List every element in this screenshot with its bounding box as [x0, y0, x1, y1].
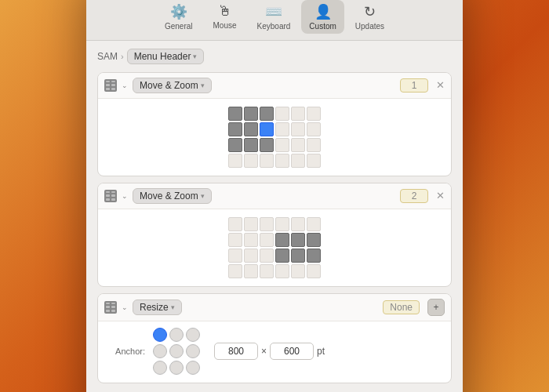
tab-updates-label: Updates	[355, 22, 384, 31]
content-area: SAM › Menu Header ▾ ⌄ Move & Zoom ▾	[86, 41, 463, 393]
grid-cell[interactable]	[275, 107, 289, 121]
grid-cell[interactable]	[228, 233, 242, 247]
anchor-row: Anchor: × pt	[106, 328, 443, 375]
grid-cell[interactable]	[307, 233, 321, 247]
anchor-grid[interactable]	[153, 328, 200, 375]
grid-cell[interactable]	[244, 217, 258, 231]
grid-cell[interactable]	[244, 249, 258, 263]
section-1-action-label: Move & Zoom	[140, 80, 198, 91]
grid-cell[interactable]	[260, 107, 274, 121]
grid-cell[interactable]	[275, 217, 289, 231]
grid-cell[interactable]	[275, 233, 289, 247]
section-1-action-dropdown[interactable]: Move & Zoom ▾	[133, 78, 212, 93]
anchor-cell[interactable]	[153, 328, 167, 342]
section-2-close-button[interactable]: ✕	[436, 190, 445, 201]
grid-cell[interactable]	[260, 264, 274, 278]
grid-cell[interactable]	[291, 107, 305, 121]
tab-keyboard[interactable]: ⌨️ Keyboard	[249, 0, 299, 34]
tab-general-label: General	[165, 22, 193, 31]
grid-cell[interactable]	[228, 264, 242, 278]
drag-handle-3[interactable]	[104, 301, 117, 314]
keyboard-icon: ⌨️	[265, 3, 282, 20]
menu-header-dropdown[interactable]: Menu Header ▾	[127, 49, 205, 64]
grid-cell[interactable]	[291, 249, 305, 263]
anchor-area: Anchor: × pt	[98, 321, 451, 383]
grid-cell[interactable]	[307, 249, 321, 263]
tab-custom[interactable]: 👤 Custom	[301, 0, 344, 34]
section-2-chevron[interactable]: ⌄	[122, 192, 128, 200]
section-1-grid[interactable]	[228, 107, 321, 168]
section-3-add-button[interactable]: +	[427, 299, 445, 316]
tab-general[interactable]: ⚙️ General	[157, 0, 201, 34]
anchor-label: Anchor:	[106, 347, 145, 356]
grid-cell[interactable]	[228, 122, 242, 136]
grid-cell[interactable]	[291, 264, 305, 278]
anchor-cell[interactable]	[186, 361, 200, 375]
section-3-badge: None	[383, 300, 420, 314]
section-2-header: ⌄ Move & Zoom ▾ 2 ✕	[98, 183, 451, 209]
grid-cell[interactable]	[307, 122, 321, 136]
custom-icon: 👤	[314, 3, 332, 20]
grid-cell[interactable]	[260, 249, 274, 263]
grid-cell[interactable]	[244, 122, 258, 136]
preferences-window: Preferences Demo: 100 Mooms remaining ⚙️…	[86, 0, 463, 392]
grid-cell[interactable]	[291, 154, 305, 168]
drag-handle-2[interactable]	[104, 190, 117, 202]
mouse-icon: 🖱	[218, 3, 232, 20]
grid-cell[interactable]	[228, 217, 242, 231]
tab-mouse[interactable]: 🖱 Mouse	[204, 0, 246, 34]
grid-cell[interactable]	[260, 122, 274, 136]
section-3-chevron[interactable]: ⌄	[122, 303, 128, 311]
tab-custom-label: Custom	[309, 22, 336, 31]
grid-cell[interactable]	[307, 154, 321, 168]
anchor-cell[interactable]	[153, 361, 167, 375]
grid-cell[interactable]	[260, 138, 274, 152]
section-2-action-dropdown[interactable]: Move & Zoom ▾	[133, 188, 212, 204]
section-1-header: ⌄ Move & Zoom ▾ 1 ✕	[98, 73, 451, 99]
grid-cell[interactable]	[275, 264, 289, 278]
grid-cell[interactable]	[307, 217, 321, 231]
drag-handle-1[interactable]	[104, 79, 117, 92]
grid-cell[interactable]	[291, 233, 305, 247]
grid-cell[interactable]	[291, 138, 305, 152]
grid-cell[interactable]	[291, 122, 305, 136]
section-2-grid-container	[98, 209, 451, 286]
updates-icon: ↻	[364, 3, 376, 20]
grid-cell[interactable]	[307, 264, 321, 278]
grid-cell[interactable]	[260, 217, 274, 231]
chevron-down-icon: ▾	[171, 303, 175, 311]
section-1-chevron[interactable]: ⌄	[122, 82, 128, 89]
anchor-cell[interactable]	[169, 361, 184, 375]
section-3-action-label: Resize	[140, 302, 169, 313]
grid-cell[interactable]	[228, 138, 242, 152]
grid-cell[interactable]	[260, 233, 274, 247]
grid-cell[interactable]	[244, 107, 258, 121]
grid-cell[interactable]	[244, 138, 258, 152]
grid-cell[interactable]	[307, 107, 321, 121]
width-input[interactable]	[214, 343, 258, 360]
grid-cell[interactable]	[228, 249, 242, 263]
tab-updates[interactable]: ↻ Updates	[347, 0, 392, 34]
grid-cell[interactable]	[244, 264, 258, 278]
anchor-cell[interactable]	[169, 344, 184, 358]
grid-cell[interactable]	[228, 107, 242, 121]
grid-cell[interactable]	[275, 122, 289, 136]
section-2: ⌄ Move & Zoom ▾ 2 ✕	[97, 183, 452, 287]
grid-cell[interactable]	[275, 154, 289, 168]
anchor-cell[interactable]	[186, 328, 200, 342]
grid-cell[interactable]	[275, 138, 289, 152]
grid-cell[interactable]	[260, 154, 274, 168]
section-2-grid[interactable]	[228, 217, 321, 278]
section-1-close-button[interactable]: ✕	[436, 79, 445, 91]
section-3-action-dropdown[interactable]: Resize ▾	[133, 299, 182, 315]
grid-cell[interactable]	[228, 154, 242, 168]
grid-cell[interactable]	[291, 217, 305, 231]
grid-cell[interactable]	[244, 233, 258, 247]
grid-cell[interactable]	[307, 138, 321, 152]
grid-cell[interactable]	[275, 249, 289, 263]
height-input[interactable]	[270, 343, 314, 360]
anchor-cell[interactable]	[153, 344, 167, 358]
anchor-cell[interactable]	[169, 328, 184, 342]
anchor-cell[interactable]	[186, 344, 200, 358]
grid-cell[interactable]	[244, 154, 258, 168]
